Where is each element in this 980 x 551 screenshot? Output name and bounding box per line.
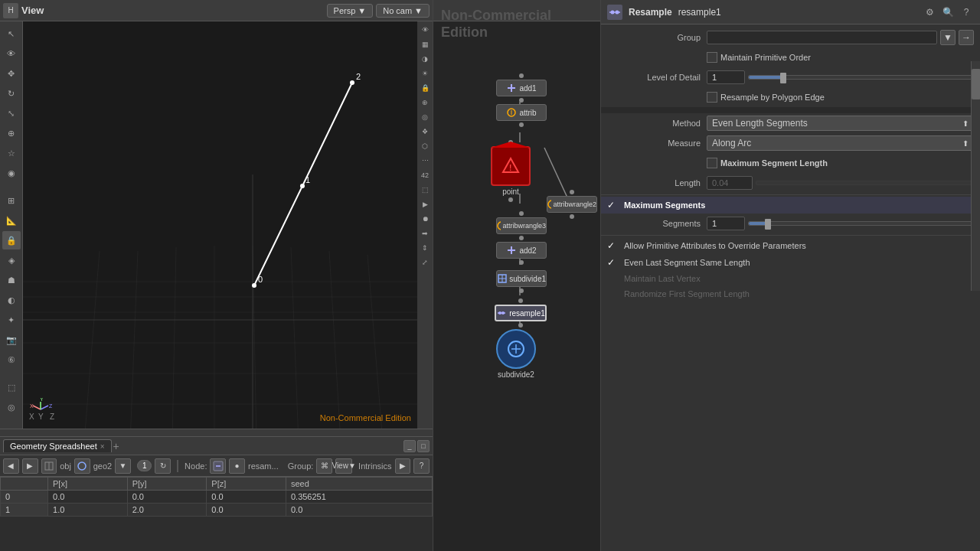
group-dropdown-btn[interactable]: ▼ (940, 30, 956, 45)
geometry-spreadsheet-tab[interactable]: Geometry Spreadsheet × (3, 439, 112, 452)
scale-tool[interactable]: ⤡ (2, 104, 21, 122)
node-add2[interactable]: add2 (496, 242, 547, 265)
handle-tool[interactable]: ⊕ (2, 124, 21, 142)
pose-tool[interactable]: ☆ (2, 144, 21, 162)
segments-slider[interactable] (748, 221, 974, 226)
segments-slider-thumb[interactable] (765, 219, 771, 230)
max-segments-item[interactable]: ✓ Maximum Segments (601, 197, 980, 214)
node-attribwrangle2[interactable]: attribwrangle2 (547, 190, 597, 219)
method-select[interactable]: Even Length Segments ⬆ (707, 116, 974, 131)
obj-icon[interactable]: ⬡ (418, 139, 432, 153)
params-tool[interactable]: ☗ (2, 271, 21, 289)
tab-label: Resample (629, 7, 672, 18)
group-arrow-btn[interactable]: → (959, 30, 974, 45)
shading-icon[interactable]: ◑ (418, 52, 432, 66)
lod-input[interactable] (707, 70, 745, 84)
node-attribwrangle3[interactable]: attribwrangle3 (496, 211, 547, 240)
play-icon[interactable]: ▶ (418, 197, 432, 211)
light-tool[interactable]: ✦ (2, 311, 21, 329)
maximize-icon[interactable]: ⤢ (418, 256, 432, 269)
lod-slider-thumb[interactable] (780, 73, 786, 83)
maintain-last-vertex-item[interactable]: Maintain Last Vertex (601, 271, 980, 286)
node-add1[interactable]: add1 (496, 73, 547, 103)
row-index-1: 1 (1, 504, 48, 517)
measure-select[interactable]: Along Arc ⬆ (707, 135, 974, 151)
houdini-logo: H (3, 3, 18, 18)
frame-icon[interactable]: ⬚ (418, 183, 432, 197)
select-tool[interactable]: ↖ (2, 24, 21, 43)
help-icon[interactable]: ? (959, 5, 974, 20)
scrollbar-thumb[interactable] (972, 69, 980, 99)
point-btn[interactable]: ● (229, 458, 245, 474)
minimize-btn[interactable]: _ (403, 440, 416, 452)
tab-close-btn[interactable]: × (100, 442, 105, 451)
maintain-checkbox[interactable] (707, 52, 717, 63)
gear-icon[interactable]: ⚙ (922, 5, 937, 20)
snap-icon[interactable]: ⊕ (418, 96, 432, 109)
render-tool[interactable]: ◐ (2, 291, 21, 309)
scroll-icon[interactable]: ⇕ (418, 241, 432, 255)
properties-header: Resample resample1 ⚙ 🔍 ? (601, 0, 980, 24)
measure-tool[interactable]: 📐 (2, 211, 21, 230)
lod-slider[interactable] (748, 75, 974, 80)
allow-prim-attr-item[interactable]: ✓ Allow Primitive Attributes to Override… (601, 237, 980, 254)
visibility-icon[interactable]: 👁 (418, 23, 432, 37)
paint-tool[interactable]: ◉ (2, 164, 21, 182)
length-input[interactable] (707, 176, 753, 190)
lock-tool[interactable]: 🔒 (2, 231, 21, 249)
handle2-icon[interactable]: ❖ (418, 125, 432, 139)
help-btn[interactable]: ? (413, 458, 430, 474)
obj-nav-btn[interactable] (41, 458, 57, 474)
perspective-dropdown[interactable]: Persp ▼ (327, 4, 374, 18)
resample-polygon-checkbox[interactable] (707, 92, 717, 103)
node-resample1[interactable]: resample1 (495, 298, 547, 328)
marker-icon[interactable]: 🔒 (418, 81, 432, 95)
group-filter-btn[interactable]: ⌘ (316, 458, 332, 474)
forward-btn[interactable]: ▶ (22, 458, 38, 474)
num-icon[interactable]: 42 (418, 168, 432, 182)
randomize-first-seg-item[interactable]: Randomize First Segment Length (601, 286, 980, 302)
bone-tool[interactable]: ⑥ (2, 350, 21, 369)
dropdown-btn[interactable]: ▼ (115, 458, 131, 474)
record-icon[interactable]: ⏺ (418, 212, 432, 226)
back-btn[interactable]: ◀ (3, 458, 19, 474)
view-tool[interactable]: 👁 (2, 44, 21, 63)
node-subdivide2[interactable]: subdivide2 (496, 329, 536, 379)
table-row: 1 1.0 2.0 0.0 0.0 (1, 504, 433, 517)
node-point[interactable]: ! point (491, 140, 531, 202)
transform-tool[interactable]: ✥ (2, 64, 21, 83)
check-icon: ✓ (607, 200, 619, 210)
refresh-btn[interactable]: ↻ (155, 458, 171, 474)
snap-tool[interactable]: ⊞ (2, 191, 21, 210)
maximize-btn[interactable]: □ (417, 440, 430, 452)
max-segment-checkbox[interactable] (707, 158, 717, 168)
group-input[interactable] (707, 31, 937, 44)
rotate-tool[interactable]: ↻ (2, 84, 21, 103)
scrollbar-track[interactable] (971, 61, 980, 291)
svg-point-19 (300, 184, 305, 188)
arrow-icon[interactable]: ➡ (418, 227, 432, 240)
camera2-icon[interactable]: ◎ (418, 110, 432, 124)
svg-point-68 (616, 10, 619, 14)
maintain-control: Maintain Primitive Order (707, 52, 974, 63)
node-icon-btn[interactable] (210, 458, 226, 474)
lighting-icon[interactable]: ☀ (418, 67, 432, 80)
segments-input[interactable] (707, 217, 745, 230)
particle-icon[interactable]: ⋯ (418, 154, 432, 168)
node-subdivide1[interactable]: subdivide1 (496, 270, 547, 293)
viewport-scrollbar[interactable] (0, 429, 433, 436)
geo-tool[interactable]: ◈ (2, 251, 21, 269)
view-dropdown[interactable]: View▼ (335, 458, 352, 474)
node-attrib[interactable]: attrib (496, 104, 547, 127)
display-icon[interactable]: ▦ (418, 37, 432, 51)
intrinsics-arrow-btn[interactable]: ▶ (395, 458, 411, 474)
even-last-segment-item[interactable]: ✓ Even Last Segment Same Length (601, 254, 980, 271)
add-tab-btn[interactable]: + (113, 440, 119, 452)
geo-nav-btn[interactable] (74, 458, 90, 474)
camera-tool[interactable]: 📷 (2, 331, 21, 349)
misc-tool2[interactable]: ◎ (2, 398, 21, 416)
camera-dropdown[interactable]: No cam ▼ (376, 4, 430, 18)
svg-rect-48 (511, 84, 512, 92)
misc-tool1[interactable]: ⬚ (2, 378, 21, 396)
search-icon[interactable]: 🔍 (940, 5, 956, 20)
